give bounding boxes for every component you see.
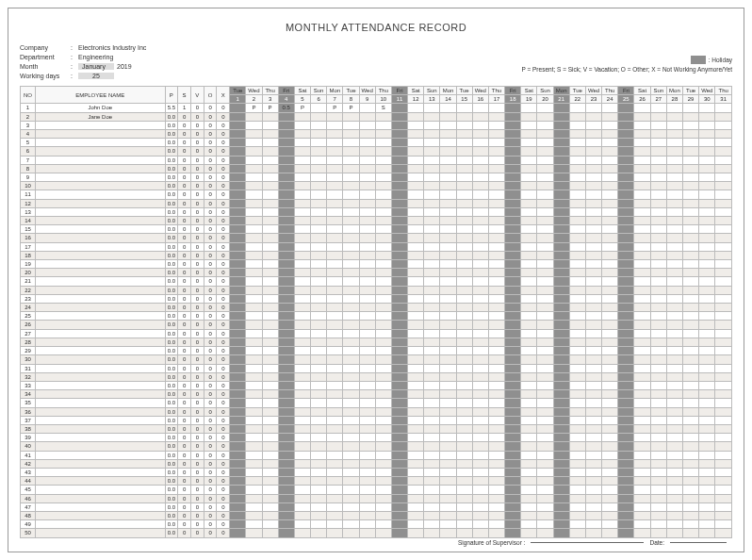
day-cell[interactable] <box>650 217 666 225</box>
day-cell[interactable] <box>585 459 601 468</box>
day-cell[interactable] <box>585 407 601 416</box>
day-cell[interactable] <box>262 156 278 164</box>
day-cell[interactable] <box>699 217 715 225</box>
day-cell[interactable] <box>569 451 585 459</box>
employee-name[interactable] <box>36 372 165 381</box>
day-cell[interactable] <box>359 529 375 537</box>
day-cell[interactable] <box>472 173 488 182</box>
day-cell[interactable] <box>424 156 440 164</box>
day-cell[interactable] <box>618 511 634 519</box>
day-cell[interactable] <box>262 442 278 451</box>
day-cell[interactable] <box>391 372 407 381</box>
day-cell[interactable] <box>666 486 682 494</box>
day-cell[interactable] <box>359 494 375 502</box>
day-cell[interactable] <box>618 451 634 459</box>
day-cell[interactable] <box>246 173 262 182</box>
day-cell[interactable] <box>521 260 537 269</box>
day-cell[interactable] <box>634 156 650 164</box>
day-cell[interactable] <box>569 130 585 139</box>
day-cell[interactable] <box>440 355 456 364</box>
day-cell[interactable] <box>327 225 343 234</box>
day-cell[interactable] <box>569 511 585 519</box>
day-cell[interactable] <box>343 416 359 424</box>
day-cell[interactable] <box>408 511 424 519</box>
employee-name[interactable] <box>36 199 165 207</box>
day-cell[interactable] <box>375 147 391 156</box>
day-cell[interactable] <box>537 459 553 468</box>
day-cell[interactable] <box>278 269 294 277</box>
day-cell[interactable] <box>537 182 553 190</box>
day-cell[interactable] <box>553 312 569 321</box>
day-cell[interactable] <box>359 372 375 381</box>
day-cell[interactable] <box>262 329 278 338</box>
day-cell[interactable] <box>262 121 278 129</box>
day-cell[interactable] <box>375 182 391 190</box>
day-cell[interactable] <box>424 139 440 147</box>
day-cell[interactable] <box>715 156 732 164</box>
day-cell[interactable] <box>456 416 472 424</box>
day-cell[interactable] <box>699 347 715 355</box>
day-cell[interactable] <box>440 190 456 199</box>
day-cell[interactable] <box>634 147 650 156</box>
employee-name[interactable] <box>36 242 165 251</box>
day-cell[interactable] <box>488 182 504 190</box>
day-cell[interactable] <box>246 399 262 407</box>
day-cell[interactable] <box>666 529 682 537</box>
day-cell[interactable] <box>634 321 650 329</box>
day-cell[interactable] <box>246 260 262 269</box>
day-cell[interactable] <box>278 459 294 468</box>
day-cell[interactable] <box>246 164 262 173</box>
day-cell[interactable] <box>618 424 634 433</box>
day-cell[interactable] <box>488 416 504 424</box>
day-cell[interactable] <box>294 434 310 442</box>
day-cell[interactable] <box>424 294 440 303</box>
day-cell[interactable] <box>666 520 682 529</box>
day-cell[interactable] <box>424 520 440 529</box>
day-cell[interactable] <box>456 399 472 407</box>
day-cell[interactable] <box>553 338 569 346</box>
day-cell[interactable] <box>569 199 585 207</box>
day-cell[interactable] <box>699 355 715 364</box>
day-cell[interactable] <box>375 520 391 529</box>
day-cell[interactable] <box>246 381 262 389</box>
day-cell[interactable] <box>230 242 246 251</box>
day-cell[interactable] <box>294 130 310 139</box>
day-cell[interactable] <box>391 130 407 139</box>
day-cell[interactable] <box>424 329 440 338</box>
day-cell[interactable] <box>618 147 634 156</box>
day-cell[interactable] <box>634 520 650 529</box>
day-cell[interactable] <box>521 407 537 416</box>
day-cell[interactable] <box>408 242 424 251</box>
day-cell[interactable] <box>618 304 634 312</box>
day-cell[interactable] <box>472 199 488 207</box>
day-cell[interactable] <box>311 156 327 164</box>
day-cell[interactable] <box>391 390 407 399</box>
day-cell[interactable] <box>569 260 585 269</box>
day-cell[interactable] <box>553 442 569 451</box>
day-cell[interactable] <box>440 121 456 129</box>
day-cell[interactable] <box>408 372 424 381</box>
day-cell[interactable] <box>343 407 359 416</box>
day-cell[interactable]: P <box>327 104 343 112</box>
day-cell[interactable] <box>553 390 569 399</box>
day-cell[interactable] <box>230 502 246 511</box>
day-cell[interactable] <box>634 312 650 321</box>
day-cell[interactable] <box>488 321 504 329</box>
day-cell[interactable] <box>294 407 310 416</box>
day-cell[interactable] <box>634 416 650 424</box>
day-cell[interactable] <box>440 251 456 259</box>
day-cell[interactable] <box>456 355 472 364</box>
day-cell[interactable] <box>715 286 732 294</box>
day-cell[interactable] <box>553 486 569 494</box>
day-cell[interactable] <box>343 372 359 381</box>
day-cell[interactable] <box>585 164 601 173</box>
day-cell[interactable] <box>618 416 634 424</box>
day-cell[interactable] <box>553 381 569 389</box>
day-cell[interactable] <box>408 364 424 372</box>
day-cell[interactable] <box>488 511 504 519</box>
day-cell[interactable] <box>440 381 456 389</box>
day-cell[interactable] <box>682 372 698 381</box>
day-cell[interactable] <box>391 347 407 355</box>
day-cell[interactable] <box>311 468 327 476</box>
day-cell[interactable] <box>294 217 310 225</box>
